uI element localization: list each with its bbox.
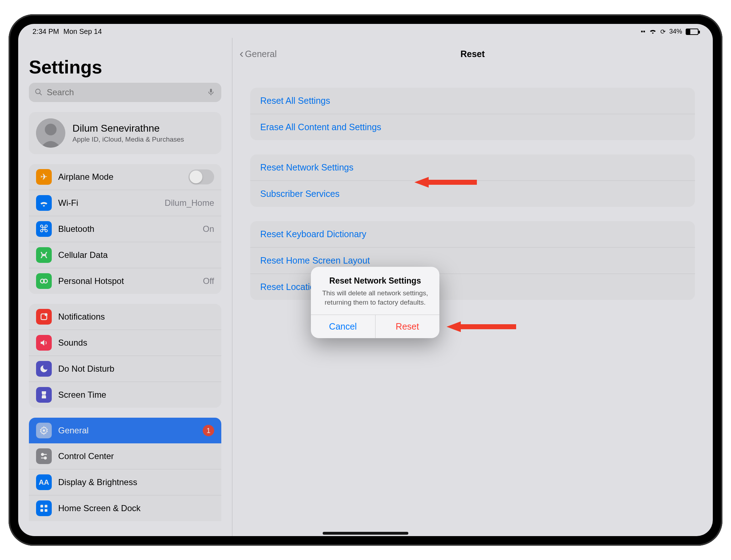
chevron-left-icon: ‹ bbox=[240, 47, 243, 59]
bluetooth-status: On bbox=[203, 224, 214, 234]
status-bar: 2:34 PM Mon Sep 14 ▪▪ ⟳ 34% bbox=[18, 24, 713, 38]
annotation-arrow-1 bbox=[414, 173, 479, 191]
sidebar-item-wifi[interactable]: Wi-Fi Dilum_Home bbox=[29, 190, 221, 216]
sidebar-item-label: Airplane Mode bbox=[58, 172, 182, 182]
sidebar-item-home-screen[interactable]: Home Screen & Dock bbox=[29, 495, 221, 521]
control-center-icon bbox=[36, 448, 52, 464]
search-icon bbox=[35, 88, 43, 97]
reset-all-settings[interactable]: Reset All Settings bbox=[250, 88, 695, 114]
signal-icon: ▪▪ bbox=[641, 28, 645, 35]
display-icon: AA bbox=[36, 474, 52, 490]
cellular-icon bbox=[36, 247, 52, 263]
dialog-reset-button[interactable]: Reset bbox=[375, 315, 440, 338]
sidebar-item-label: Bluetooth bbox=[58, 224, 196, 234]
svg-marker-21 bbox=[447, 321, 516, 332]
sidebar-group-system: General 1 Control Center AA Display & Br… bbox=[29, 418, 221, 521]
sidebar-item-sounds[interactable]: Sounds bbox=[29, 330, 221, 356]
svg-point-15 bbox=[44, 457, 46, 459]
sidebar-item-hotspot[interactable]: Personal Hotspot Off bbox=[29, 268, 221, 294]
airplane-toggle[interactable] bbox=[188, 169, 214, 184]
sidebar-item-display[interactable]: AA Display & Brightness bbox=[29, 469, 221, 495]
svg-rect-16 bbox=[40, 505, 43, 508]
sounds-icon bbox=[36, 335, 52, 351]
sidebar-item-airplane-mode[interactable]: ✈ Airplane Mode bbox=[29, 164, 221, 190]
panel-header: ‹ General Reset bbox=[232, 38, 713, 70]
sidebar-item-label: General bbox=[58, 426, 196, 436]
panel-title: Reset bbox=[460, 49, 485, 59]
sidebar-item-label: Cellular Data bbox=[58, 250, 214, 260]
dialog-title: Reset Network Settings bbox=[311, 267, 439, 286]
sidebar-item-label: Personal Hotspot bbox=[58, 276, 196, 286]
wifi-status-icon bbox=[649, 27, 657, 36]
erase-all-content[interactable]: Erase All Content and Settings bbox=[250, 114, 695, 140]
svg-point-11 bbox=[43, 429, 45, 432]
avatar bbox=[36, 118, 65, 148]
annotation-arrow-2 bbox=[447, 318, 518, 336]
panel-content: Reset All Settings Erase All Content and… bbox=[232, 70, 713, 536]
sidebar-item-label: Control Center bbox=[58, 451, 214, 461]
battery-percent: 34% bbox=[669, 28, 682, 35]
settings-sidebar: Settings bbox=[18, 38, 232, 536]
profile-name: Dilum Senevirathne bbox=[72, 123, 184, 134]
reset-group-1: Reset All Settings Erase All Content and… bbox=[250, 88, 695, 140]
airplane-icon: ✈ bbox=[36, 169, 52, 185]
sidebar-item-notifications[interactable]: Notifications bbox=[29, 304, 221, 330]
svg-marker-20 bbox=[414, 177, 477, 188]
sidebar-item-dnd[interactable]: Do Not Disturb bbox=[29, 356, 221, 382]
svg-rect-19 bbox=[45, 509, 47, 512]
sidebar-item-screentime[interactable]: Screen Time bbox=[29, 382, 221, 408]
notifications-icon bbox=[36, 309, 52, 325]
sidebar-item-label: Screen Time bbox=[58, 390, 214, 400]
reset-keyboard-dictionary[interactable]: Reset Keyboard Dictionary bbox=[250, 221, 695, 247]
search-field[interactable] bbox=[29, 83, 221, 102]
ipad-frame: 2:34 PM Mon Sep 14 ▪▪ ⟳ 34% Settings bbox=[9, 14, 722, 546]
dialog-message: This will delete all network settings, r… bbox=[311, 286, 439, 315]
hotspot-icon bbox=[36, 273, 52, 289]
svg-point-10 bbox=[45, 313, 47, 316]
svg-point-5 bbox=[45, 124, 57, 136]
confirm-dialog: Reset Network Settings This will delete … bbox=[311, 267, 439, 338]
dictate-icon[interactable] bbox=[207, 88, 216, 97]
sidebar-item-bluetooth[interactable]: ⌘ Bluetooth On bbox=[29, 216, 221, 242]
svg-rect-2 bbox=[210, 89, 212, 93]
home-indicator[interactable] bbox=[323, 532, 408, 535]
svg-rect-18 bbox=[40, 509, 43, 512]
back-label: General bbox=[245, 49, 277, 59]
search-input[interactable] bbox=[47, 87, 203, 97]
profile-subtitle: Apple ID, iCloud, Media & Purchases bbox=[72, 136, 184, 143]
rotation-lock-icon: ⟳ bbox=[660, 28, 666, 36]
gear-icon bbox=[36, 423, 52, 438]
sidebar-item-label: Do Not Disturb bbox=[58, 364, 214, 374]
sidebar-item-general[interactable]: General 1 bbox=[29, 418, 221, 443]
svg-rect-17 bbox=[45, 505, 47, 508]
sidebar-item-label: Sounds bbox=[58, 338, 214, 348]
battery-icon bbox=[686, 29, 699, 35]
sidebar-title: Settings bbox=[29, 44, 221, 83]
home-screen-icon bbox=[36, 500, 52, 516]
bluetooth-icon: ⌘ bbox=[36, 221, 52, 237]
dnd-icon bbox=[36, 361, 52, 377]
hotspot-status: Off bbox=[203, 276, 214, 286]
screen: 2:34 PM Mon Sep 14 ▪▪ ⟳ 34% Settings bbox=[18, 24, 713, 536]
sidebar-item-control-center[interactable]: Control Center bbox=[29, 443, 221, 469]
sidebar-item-label: Home Screen & Dock bbox=[58, 503, 214, 513]
status-time: 2:34 PM bbox=[32, 27, 59, 36]
back-button[interactable]: ‹ General bbox=[240, 38, 277, 70]
svg-line-1 bbox=[40, 93, 42, 95]
sidebar-item-cellular[interactable]: Cellular Data bbox=[29, 242, 221, 268]
dialog-cancel-button[interactable]: Cancel bbox=[311, 315, 375, 338]
wifi-icon bbox=[36, 195, 52, 211]
reset-panel: ‹ General Reset Reset All Settings Erase… bbox=[232, 38, 713, 536]
sidebar-item-label: Notifications bbox=[58, 312, 214, 322]
sidebar-item-label: Wi-Fi bbox=[58, 198, 158, 208]
sidebar-item-label: Display & Brightness bbox=[58, 477, 214, 487]
sidebar-group-notifications: Notifications Sounds Do No bbox=[29, 304, 221, 408]
apple-id-card[interactable]: Dilum Senevirathne Apple ID, iCloud, Med… bbox=[29, 112, 221, 154]
general-badge: 1 bbox=[203, 425, 214, 436]
status-date: Mon Sep 14 bbox=[63, 27, 102, 36]
screentime-icon bbox=[36, 387, 52, 403]
sidebar-group-connectivity: ✈ Airplane Mode Wi-Fi Dilum_Home bbox=[29, 164, 221, 294]
svg-point-13 bbox=[41, 453, 44, 455]
wifi-network-name: Dilum_Home bbox=[165, 198, 214, 208]
svg-point-6 bbox=[43, 254, 45, 256]
